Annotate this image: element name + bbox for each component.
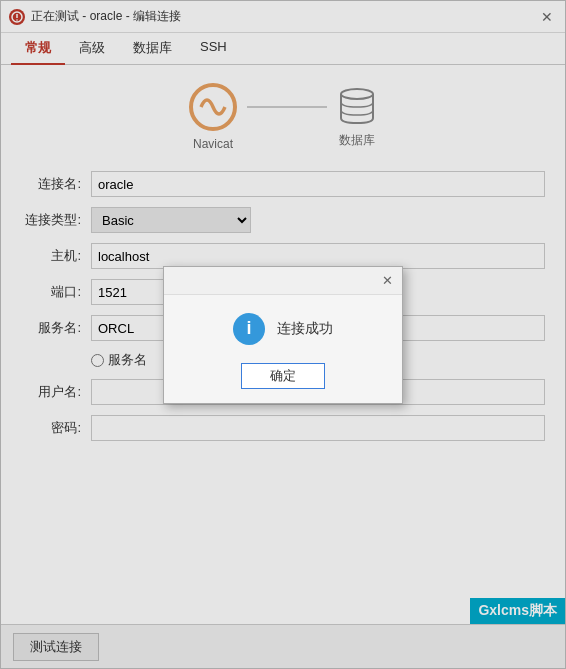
success-dialog: ✕ i 连接成功 确定 xyxy=(163,266,403,404)
main-window: 正在测试 - oracle - 编辑连接 ✕ 常规 高级 数据库 SSH Nav… xyxy=(0,0,566,669)
dialog-ok-button[interactable]: 确定 xyxy=(241,363,325,389)
info-icon: i xyxy=(233,313,265,345)
dialog-close-button[interactable]: ✕ xyxy=(378,271,396,289)
dialog-overlay: ✕ i 连接成功 确定 xyxy=(1,1,565,668)
dialog-body: i 连接成功 确定 xyxy=(164,295,402,403)
dialog-title-bar: ✕ xyxy=(164,267,402,295)
dialog-content: i 连接成功 xyxy=(233,313,333,345)
dialog-message: 连接成功 xyxy=(277,320,333,338)
